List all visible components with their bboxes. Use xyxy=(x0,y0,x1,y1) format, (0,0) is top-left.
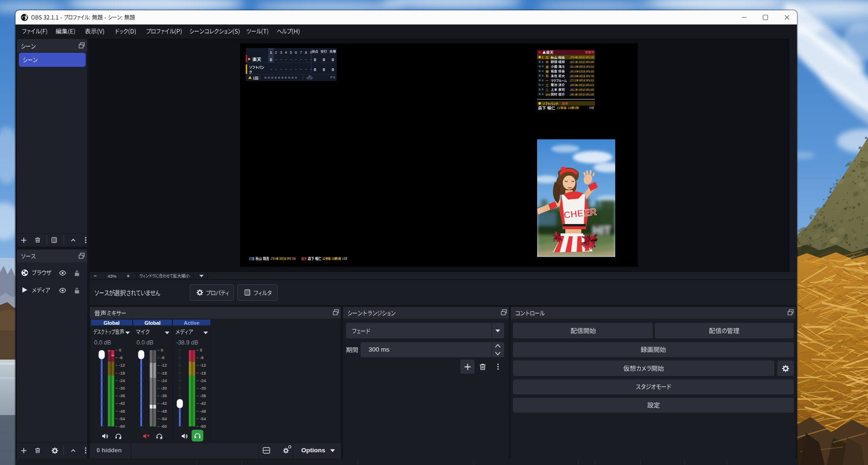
svg-text:-36: -36 xyxy=(119,393,125,398)
svg-text:0: 0 xyxy=(332,67,334,72)
svg-text:-30: -30 xyxy=(161,386,167,391)
svg-text:-24: -24 xyxy=(200,378,206,383)
svg-text:7: 7 xyxy=(300,50,302,55)
svg-text:-48: -48 xyxy=(119,409,125,414)
svg-text:-18: -18 xyxy=(119,371,125,376)
svg-text:5: 5 xyxy=(290,50,292,55)
svg-text:-18: -18 xyxy=(161,371,167,376)
svg-text:-54: -54 xyxy=(200,417,206,421)
svg-text:-30: -30 xyxy=(200,386,206,391)
svg-text:-12: -12 xyxy=(119,363,125,368)
svg-text:0: 0 xyxy=(161,348,163,353)
svg-text:-42: -42 xyxy=(161,401,167,406)
svg-text:0: 0 xyxy=(332,57,334,62)
svg-text:0: 0 xyxy=(314,67,316,72)
svg-text:3: 3 xyxy=(280,50,282,55)
svg-text:-60: -60 xyxy=(119,424,125,429)
svg-text:0: 0 xyxy=(314,57,316,62)
svg-text:0: 0 xyxy=(119,348,121,353)
svg-text:-36: -36 xyxy=(200,393,206,398)
svg-text:-48: -48 xyxy=(161,409,167,414)
svg-text:0: 0 xyxy=(323,67,325,72)
svg-text:-42: -42 xyxy=(200,401,206,406)
svg-text:0: 0 xyxy=(200,348,202,353)
svg-text:-6: -6 xyxy=(161,355,165,360)
svg-text:-12: -12 xyxy=(161,363,167,368)
svg-text:-24: -24 xyxy=(119,378,125,383)
svg-text:1: 1 xyxy=(270,50,272,55)
svg-text:-36: -36 xyxy=(161,393,167,398)
svg-text:-54: -54 xyxy=(161,417,167,421)
svg-text:0: 0 xyxy=(270,57,272,62)
svg-text:-48: -48 xyxy=(200,409,206,414)
svg-text:6: 6 xyxy=(295,50,297,55)
svg-text:-60: -60 xyxy=(161,424,167,429)
svg-text:2: 2 xyxy=(275,50,277,55)
svg-text:-60: -60 xyxy=(200,424,206,429)
svg-text:-54: -54 xyxy=(119,417,125,421)
svg-text:4: 4 xyxy=(285,50,287,55)
svg-text:-6: -6 xyxy=(119,355,123,360)
svg-text:-12: -12 xyxy=(200,363,206,368)
svg-text:-42: -42 xyxy=(119,401,125,406)
svg-text:-6: -6 xyxy=(200,355,204,360)
svg-text:0: 0 xyxy=(323,57,325,62)
svg-text:-24: -24 xyxy=(161,378,167,383)
svg-text:-30: -30 xyxy=(119,386,125,391)
svg-text:8: 8 xyxy=(305,50,307,55)
svg-text:-18: -18 xyxy=(200,371,206,376)
